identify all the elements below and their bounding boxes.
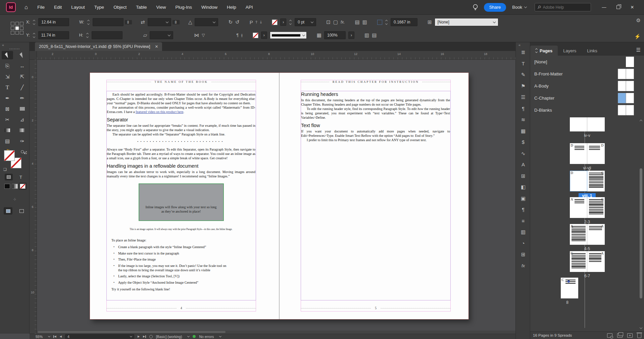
formatting-affects-container[interactable]: [5, 174, 13, 180]
page-4[interactable]: THE NAME OF THE BOOK Each should be appl…: [90, 73, 279, 319]
ruler-origin-corner[interactable]: [30, 51, 37, 60]
note-tool[interactable]: ▤: [2, 137, 13, 145]
search-input[interactable]: [543, 5, 580, 10]
fit-content-icon[interactable]: ⊡: [326, 19, 331, 25]
first-page-button[interactable]: ◀: [53, 335, 56, 338]
direct-selection-tool[interactable]: [16, 51, 28, 59]
tables-panel-icon[interactable]: ⊞: [521, 252, 526, 257]
spread-iv-v[interactable]: D D iv-v: [530, 117, 644, 138]
menu-edit[interactable]: Edit: [54, 5, 62, 10]
panel-menu-icon[interactable]: ☰: [636, 47, 641, 53]
tint-field[interactable]: [324, 31, 346, 39]
stroke-weight-stepper[interactable]: [290, 20, 291, 24]
align-center-icon[interactable]: ▥: [362, 19, 367, 25]
scale-x-dropdown[interactable]: [148, 18, 171, 26]
bookmarks-panel-icon[interactable]: ⚑: [521, 83, 525, 89]
eyedropper-tool[interactable]: ✑: [16, 137, 28, 145]
rotate-cw-icon[interactable]: ↻: [228, 19, 233, 25]
hyperlink[interactable]: featured video on this product here: [136, 110, 183, 114]
master-c-chapter[interactable]: C-Chapter: [530, 92, 644, 104]
pricing-panel-icon[interactable]: $: [522, 139, 525, 145]
spread-viii-1[interactable]: D C viii, 1: [530, 171, 644, 199]
stroke-style-dropdown[interactable]: [270, 32, 307, 39]
vertical-ruler[interactable]: 0 2 4 6 8 10: [30, 60, 37, 334]
menu-api[interactable]: API: [246, 5, 253, 10]
w-stepper[interactable]: [88, 20, 89, 24]
corner-radius-stepper[interactable]: [386, 20, 387, 24]
normal-view-mode-button[interactable]: [4, 207, 12, 215]
gradient-swatch-tool[interactable]: [2, 126, 13, 134]
menu-file[interactable]: File: [37, 5, 45, 10]
scissors-tool[interactable]: ✂: [2, 115, 13, 124]
menu-window[interactable]: Window: [201, 5, 217, 10]
x-field[interactable]: [38, 18, 69, 26]
page-list-chevron-icon[interactable]: [130, 335, 132, 337]
close-button[interactable]: ✕: [625, 2, 639, 13]
close-tab-icon[interactable]: ✕: [155, 44, 158, 49]
preflight-chevron-icon[interactable]: [187, 335, 190, 337]
effects-panel-icon[interactable]: fx: [522, 263, 525, 269]
stroke-color-expand[interactable]: ›: [280, 18, 286, 26]
error-status[interactable]: No errors: [199, 335, 214, 339]
default-fill-stroke-icon[interactable]: ❏: [3, 167, 7, 172]
indesign-logo[interactable]: Id: [6, 2, 16, 12]
previous-page-button[interactable]: ◀: [60, 335, 62, 338]
corner-radius-field[interactable]: [391, 18, 417, 26]
color-theme-panel-icon[interactable]: ✎: [521, 72, 526, 77]
align-top-icon[interactable]: ▤: [355, 19, 360, 25]
paragraph-panel-icon[interactable]: ¶: [522, 106, 525, 111]
inline-image-placeholder[interactable]: Inline images will flow along with your …: [139, 183, 224, 221]
text-valign-icon[interactable]: ▤: [372, 32, 377, 38]
color-panel-icon[interactable]: ◔: [522, 241, 525, 246]
text-align-icon[interactable]: ▥: [364, 32, 369, 38]
select-container-icon[interactable]: P: [250, 19, 253, 25]
formatting-affects-text[interactable]: T: [17, 174, 25, 180]
pencil-tool[interactable]: ✏: [16, 94, 28, 102]
quick-apply-icon[interactable]: ⚡: [634, 34, 641, 40]
effects-icon[interactable]: fx.: [341, 20, 345, 24]
menu-layout[interactable]: Layout: [71, 5, 85, 10]
apply-color-button[interactable]: [4, 184, 10, 189]
tab-layers[interactable]: Layers: [558, 46, 582, 56]
tab-links[interactable]: Links: [582, 46, 602, 56]
help-search[interactable]: ⚲: [535, 3, 591, 11]
master-none[interactable]: [None]: [530, 56, 644, 68]
text-wrap-panel-icon[interactable]: ≋: [521, 117, 526, 122]
pages-scrollbar[interactable]: [639, 117, 643, 331]
story-icon[interactable]: ⫲: [241, 33, 243, 38]
flip-horizontal-icon[interactable]: ⇄: [141, 19, 145, 25]
scroll-down-icon[interactable]: [640, 326, 642, 329]
page-number-input[interactable]: [67, 335, 128, 339]
menu-help[interactable]: Help: [227, 5, 236, 10]
scrollbar-thumb[interactable]: [38, 331, 226, 333]
content-placer-tool[interactable]: ⇱: [16, 72, 28, 81]
tab-pages[interactable]: Pages: [530, 46, 558, 56]
create-spread-icon[interactable]: [617, 333, 623, 338]
flip-icons[interactable]: ⋈: [194, 32, 199, 38]
stroke-weight-dropdown[interactable]: 0 pt: [295, 18, 316, 26]
gap-tool[interactable]: ↔: [16, 62, 28, 70]
type-tool[interactable]: T: [2, 83, 13, 92]
zoom-level[interactable]: 55%: [36, 335, 43, 339]
flip-vertical-icon[interactable]: ▽: [202, 33, 205, 38]
y-field[interactable]: [38, 31, 69, 39]
menu-view[interactable]: View: [156, 5, 166, 10]
rotation-dropdown[interactable]: [195, 18, 218, 26]
control-gear-icon[interactable]: ⚙: [636, 17, 641, 23]
delete-page-icon[interactable]: [637, 334, 641, 338]
stroke-color-swatch[interactable]: [272, 19, 278, 25]
graphs-panel-icon[interactable]: ∿: [521, 151, 526, 156]
view-options-icon[interactable]: ⁘: [0, 197, 30, 202]
shear-dropdown[interactable]: [150, 31, 173, 39]
content-collector-tool[interactable]: ⇲: [2, 72, 13, 81]
master-d-blanks[interactable]: D-Blanks: [530, 104, 644, 116]
preflight-profile[interactable]: [Basic] (working): [156, 335, 182, 339]
create-new-page-icon[interactable]: +: [627, 333, 633, 338]
spread-4-5[interactable]: A A 4-5: [530, 224, 644, 251]
link-scale-icon[interactable]: ∞: [172, 20, 180, 24]
menu-panel-icon[interactable]: ☰: [521, 95, 525, 100]
edit-page-size-icon[interactable]: [607, 333, 612, 338]
tint-expand[interactable]: ›: [348, 32, 354, 39]
paragraph-marks-icon[interactable]: ¶: [236, 33, 238, 38]
x-stepper[interactable]: [33, 20, 35, 24]
